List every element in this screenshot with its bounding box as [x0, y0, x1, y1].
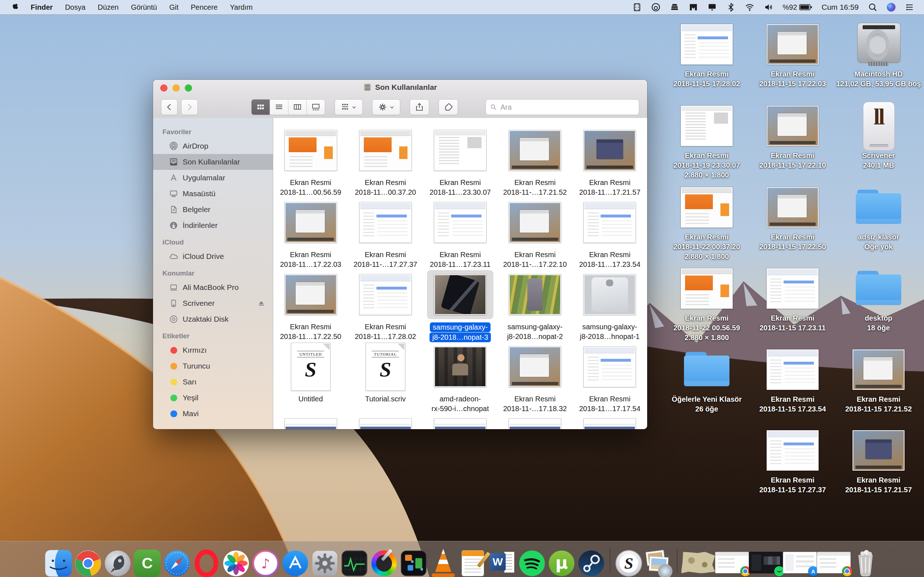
- utorrent-dock-icon[interactable]: µ: [547, 548, 577, 577]
- forward-button[interactable]: [181, 99, 198, 115]
- sidebar-item-sar-[interactable]: Sarı: [153, 374, 273, 390]
- search-input[interactable]: [499, 103, 635, 112]
- menu-item-görüntü[interactable]: Görüntü: [125, 0, 163, 15]
- activity-monitor-dock-icon[interactable]: [340, 548, 369, 577]
- digital-color-meter-dock-icon[interactable]: [369, 548, 399, 577]
- menu-item-yardım[interactable]: Yardım: [224, 0, 259, 15]
- menu-item-git[interactable]: Git: [163, 0, 185, 15]
- file-item[interactable]: Ekran Resmi2018-11…17.23.11: [423, 198, 498, 270]
- desktop-icon-ekran-resmi[interactable]: Ekran Resmi2018-11-15 17.23.54: [754, 347, 831, 414]
- desktop-icon-ekran-resmi[interactable]: Ekran Resmi2018-11-15 17.22.10: [754, 103, 831, 170]
- menu-item-dosya[interactable]: Dosya: [59, 0, 92, 15]
- file-item-partial[interactable]: [348, 414, 423, 429]
- safari-dock-icon[interactable]: [162, 548, 192, 577]
- menu-item-finder[interactable]: Finder: [24, 0, 59, 15]
- sidebar-item-k-rm-z-[interactable]: Kırmızı: [153, 342, 273, 358]
- bluetooth-icon[interactable]: [722, 3, 740, 12]
- file-item[interactable]: Ekran Resmi2018-11…17.22.03: [273, 198, 348, 270]
- group-button[interactable]: [334, 99, 363, 115]
- minimized-spotify-window-dock-icon[interactable]: [749, 548, 783, 577]
- system-preferences-dock-icon[interactable]: [310, 548, 340, 577]
- file-item[interactable]: Ekran Resmi2018-11-…17.18.32: [498, 342, 572, 414]
- sidebar-item-belgeler[interactable]: Belgeler: [153, 201, 273, 218]
- desktop-icon-ekran-resmi[interactable]: Ekran Resmi2018-11-15 17.22.03: [754, 22, 831, 89]
- back-button[interactable]: [161, 99, 178, 115]
- film-app-icon[interactable]: [628, 3, 646, 12]
- desktop-icon-ekran-resmi[interactable]: Ekran Resmi2018-11-22 00.37.202.880 × 1.…: [669, 185, 745, 261]
- file-item-partial[interactable]: [423, 414, 498, 429]
- file-item[interactable]: Ekran Resmi2018-11-…17.21.52: [498, 126, 572, 198]
- file-item[interactable]: Ekran Resmi2018-11-…17.27.37: [348, 198, 423, 270]
- file-item[interactable]: Ekran Resmi2018-11…17.28.02: [348, 270, 423, 342]
- spotify-dock-icon[interactable]: [517, 548, 547, 577]
- file-item[interactable]: Ekran Resmi2018-11-…17.22.10: [498, 198, 572, 270]
- sidebar-item-i-ndirilenler[interactable]: İndirilenler: [153, 218, 273, 233]
- chrome-dock-icon[interactable]: [73, 548, 103, 577]
- itunes-dock-icon[interactable]: ♪: [251, 548, 281, 577]
- tag-button[interactable]: [439, 99, 458, 115]
- desktop-icon-ekran-resmi[interactable]: Ekran Resmi2018-11-15 17.28.02: [669, 22, 745, 89]
- vlc-dock-icon[interactable]: [428, 548, 458, 577]
- appstore-dock-icon[interactable]: [281, 548, 310, 577]
- sidebar-item-icloud-drive[interactable]: iCloud Drive: [153, 248, 273, 264]
- drive-stack-icon[interactable]: [665, 3, 684, 12]
- display-icon[interactable]: [703, 3, 722, 12]
- desktop-icon-ekran-resmi[interactable]: Ekran Resmi2018-11-15 17.23.11: [754, 266, 831, 333]
- view-gallery-button[interactable]: [307, 100, 325, 115]
- file-item[interactable]: Ekran Resmi2018-11…00.56.59: [273, 126, 348, 198]
- eject-icon[interactable]: [258, 300, 265, 307]
- desktop-icon-macintosh-hd[interactable]: Macintosh HD121,02 GB, 53,95 GB boş: [840, 22, 917, 89]
- file-item[interactable]: samsung-galaxy-j8-2018…nopat-2: [498, 270, 572, 342]
- notification-center-icon[interactable]: [900, 3, 919, 12]
- word-dock-icon[interactable]: W: [488, 548, 517, 577]
- window-tiles-dock-icon[interactable]: [399, 548, 428, 577]
- desktop-icon-scrivener[interactable]: llScrivener240,1 MB: [840, 103, 917, 170]
- desktop-icon--elerle-yeni-klas-r[interactable]: Öğelerle Yeni Klasör26 öğe: [669, 347, 745, 414]
- file-item[interactable]: Ekran Resmi2018-11…17.23.54: [572, 198, 647, 270]
- minimized-chrome-window-2-dock-icon[interactable]: [817, 548, 851, 577]
- minimized-appstore-window-dock-icon[interactable]: A: [783, 548, 817, 577]
- sidebar-item-son-kullan-lanlar[interactable]: Son Kullanılanlar: [153, 154, 273, 170]
- desktop-icon-ekran-resmi[interactable]: Ekran Resmi2018-11-22 00.56.592.880 × 1.…: [669, 266, 745, 343]
- pages-dock-icon[interactable]: [458, 548, 488, 577]
- sidebar-item-scrivener[interactable]: Scrivener: [153, 295, 273, 311]
- sidebar-item-uzaktaki-disk[interactable]: Uzaktaki Disk: [153, 311, 273, 327]
- menu-item-düzen[interactable]: Düzen: [92, 0, 125, 15]
- preview-dock-icon[interactable]: [643, 548, 673, 577]
- malwarebytes-icon[interactable]: [684, 3, 703, 12]
- desktop-icon-desktop[interactable]: desktop18 öğe: [840, 266, 917, 333]
- file-item[interactable]: samsung-galaxy-j8-2018…hnopat-1: [572, 270, 647, 342]
- desktop-icon-ekran-resmi[interactable]: Ekran Resmi2018-11-15 17.21.57: [840, 428, 917, 495]
- finder-dock-icon[interactable]: [44, 548, 73, 577]
- file-item-partial[interactable]: [273, 414, 348, 429]
- battery-icon[interactable]: %92: [778, 0, 817, 15]
- camtasia-dock-icon[interactable]: C: [132, 548, 162, 577]
- sidebar-item-uygulamalar[interactable]: Uygulamalar: [153, 170, 273, 186]
- file-item[interactable]: Ekran Resmi2018-11…17.22.50: [273, 270, 348, 342]
- view-list-button[interactable]: [270, 100, 288, 115]
- minimized-chrome-window-dock-icon[interactable]: [715, 548, 749, 577]
- file-item[interactable]: TUTORIALSTutorial.scriv: [348, 342, 423, 414]
- file-item[interactable]: Ekran Resmi2018-11…17.17.54: [572, 342, 647, 414]
- share-button[interactable]: [410, 99, 429, 115]
- siri-icon[interactable]: [882, 3, 900, 11]
- file-item[interactable]: samsung-galaxy-j8-2018…nopat-3: [423, 270, 498, 342]
- sidebar-item-ali-macbook-pro[interactable]: Ali MacBook Pro: [153, 279, 273, 295]
- opera-dock-icon[interactable]: [192, 548, 221, 577]
- scrivener-dock-icon[interactable]: S: [614, 548, 643, 577]
- desktop-icon-ekran-resmi[interactable]: Ekran Resmi2018-11-15 17.21.52: [840, 347, 917, 414]
- file-item[interactable]: Ekran Resmi2018-11…23.30.07: [423, 126, 498, 198]
- spotlight-icon[interactable]: [863, 3, 882, 12]
- photos-dock-icon[interactable]: [221, 548, 251, 577]
- creative-cloud-icon[interactable]: [646, 3, 665, 12]
- file-item-partial[interactable]: [498, 414, 572, 429]
- steam-dock-icon[interactable]: [577, 548, 606, 577]
- sidebar-item-turuncu[interactable]: Turuncu: [153, 358, 273, 374]
- sidebar-item-mavi[interactable]: Mavi: [153, 406, 273, 422]
- volume-icon[interactable]: [759, 3, 778, 12]
- apple-menu-icon[interactable]: [8, 3, 24, 12]
- sidebar-item-masa-st-[interactable]: Masaüstü: [153, 186, 273, 201]
- sidebar-item-airdrop[interactable]: AirDrop: [153, 138, 273, 154]
- desktop-icon-ekran-resmi[interactable]: Ekran Resmi2018-11-15 17.27.37: [754, 428, 831, 495]
- desktop-icon-ekran-resmi[interactable]: Ekran Resmi2018-11-15 17.22.50: [754, 185, 831, 252]
